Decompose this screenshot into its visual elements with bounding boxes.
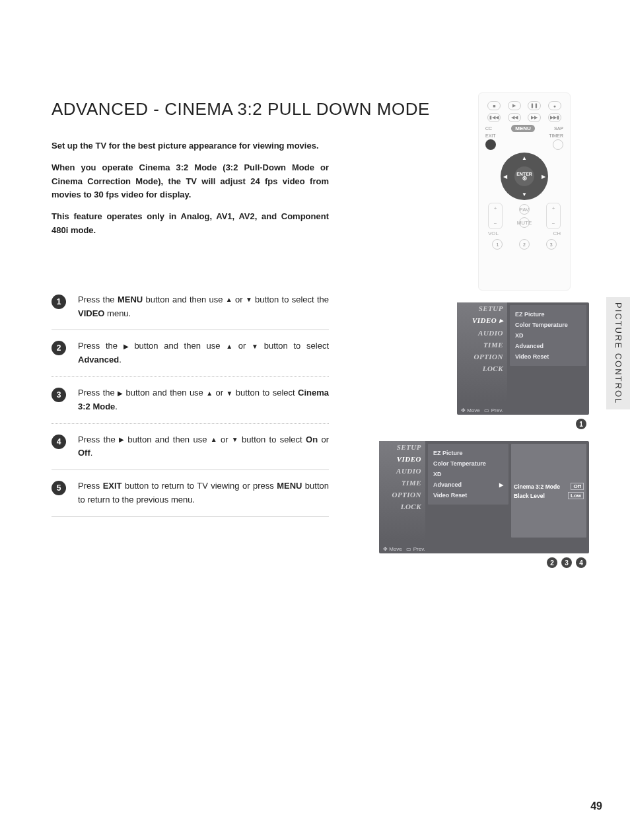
up-triangle-icon: ▲: [211, 435, 217, 445]
osd-menu-option: OPTION: [457, 351, 507, 363]
osd-menu-time: TIME: [457, 339, 507, 351]
step-number: 2: [52, 341, 66, 355]
timer-label: TIMER: [549, 133, 563, 138]
osd-item-advanced: Advanced▶: [433, 479, 503, 490]
right-triangle-icon: ▶: [123, 341, 129, 352]
pause-icon: ❚❚: [528, 101, 541, 110]
osd-screenshot-2: SETUP VIDEO AUDIO TIME OPTION LOCK EZ Pi…: [379, 441, 589, 553]
osd-hint: ✥ Move ▭ Prev.: [383, 546, 425, 552]
down-triangle-icon: ▼: [252, 341, 258, 352]
step-body: Press the MENU button and then use ▲ or …: [78, 293, 329, 321]
step-1: 1 Press the MENU button and then use ▲ o…: [52, 284, 329, 331]
osd-sub-black-level: Black Level Low: [514, 492, 584, 499]
osd-menu-setup: SETUP: [379, 441, 425, 453]
step-body: Press the ▶ button and then use ▲ or ▼ b…: [78, 386, 329, 414]
osd-item-xd: XD: [515, 330, 581, 341]
intro-p1: Set up the TV for the best picture appea…: [52, 139, 329, 153]
osd-menu-list: SETUP VIDEO AUDIO TIME OPTION LOCK: [379, 441, 425, 540]
osd-screenshot-1: SETUP VIDEO ▸ AUDIO TIME OPTION LOCK EZ …: [457, 302, 589, 415]
down-triangle-icon: ▼: [227, 388, 233, 399]
menu-button-label: MENU: [511, 125, 535, 132]
step-body: Press EXIT button to return to TV viewin…: [78, 479, 329, 507]
ch-label: CH: [553, 230, 561, 236]
osd-item-video-reset: Video Reset: [433, 490, 503, 501]
section-tab: PICTURE CONTROL: [606, 297, 630, 409]
osd-advanced-submenu: Cinema 3:2 Mode Off Black Level Low: [511, 444, 586, 538]
page-number: 49: [590, 800, 602, 812]
ch-rocker: +−: [546, 203, 561, 229]
right-triangle-icon: ▶: [119, 435, 124, 445]
dpad-down-icon: ▼: [522, 192, 527, 197]
num-2-button: 2: [519, 239, 530, 250]
ref-badge: 2: [547, 557, 557, 568]
rew-icon: ◀◀: [508, 113, 521, 122]
intro-p2: When you operate Cinema 3:2 Mode (3:2 Pu…: [52, 161, 329, 202]
osd-video-panel: EZ Picture Color Temperature XD Advanced…: [428, 444, 508, 505]
intro-p3: This feature operates only in Analog, AV…: [52, 210, 329, 238]
osd-menu-lock: LOCK: [457, 363, 507, 374]
rec-icon: ●: [548, 101, 561, 110]
stop-icon: ■: [487, 101, 501, 110]
step-5: 5 Press EXIT button to return to TV view…: [52, 470, 329, 517]
up-triangle-icon: ▲: [206, 388, 213, 399]
vol-rocker: +−: [488, 203, 503, 229]
osd-sub-cinema: Cinema 3:2 Mode Off: [514, 483, 584, 490]
exit-button: [485, 139, 496, 150]
step-3: 3 Press the ▶ button and then use ▲ or ▼…: [52, 377, 329, 424]
down-triangle-icon: ▼: [232, 435, 238, 445]
remote-illustration: ■ ▶ ❚❚ ● ▮◀◀ ◀◀ ▶▶ ▶▶▮ CC MENU SAP EXIT …: [478, 92, 571, 291]
osd-menu-time: TIME: [379, 477, 425, 489]
osd-menu-audio: AUDIO: [457, 327, 507, 339]
step-number: 5: [52, 481, 66, 495]
num-1-button: 1: [492, 239, 503, 250]
step-number: 1: [52, 295, 66, 309]
cinema-value: Off: [571, 483, 584, 490]
osd-item-ez-picture: EZ Picture: [515, 309, 581, 320]
black-level-value: Low: [568, 492, 584, 499]
step-body: Press the ▶ button and then use ▲ or ▼ b…: [78, 433, 329, 461]
num-3-button: 3: [546, 239, 557, 250]
ref-badge: 3: [561, 557, 572, 568]
timer-button: [553, 139, 563, 150]
osd-item-advanced: Advanced: [515, 341, 581, 351]
step-number: 4: [52, 435, 66, 449]
mute-button: MUTE: [519, 217, 530, 228]
osd-item-color-temp: Color Temperature: [515, 320, 581, 330]
osd-menu-setup: SETUP: [457, 302, 507, 314]
ff-icon: ▶▶: [528, 113, 541, 122]
intro-block: Set up the TV for the best picture appea…: [52, 139, 329, 238]
right-arrow-icon: ▶: [499, 482, 503, 488]
steps-list: 1 Press the MENU button and then use ▲ o…: [52, 284, 329, 517]
step-body: Press the ▶ button and then use ▲ or ▼ b…: [78, 339, 329, 367]
dpad: ▲ ▼ ◀ ▶ ENTER⦿: [501, 153, 548, 200]
step-number: 3: [52, 388, 66, 402]
next-icon: ▶▶▮: [548, 113, 561, 122]
osd-menu-video: VIDEO ▸: [457, 314, 507, 327]
osd-item-xd: XD: [433, 469, 503, 479]
dpad-right-icon: ▶: [542, 174, 545, 180]
play-icon: ▶: [508, 101, 521, 110]
osd-menu-list: SETUP VIDEO ▸ AUDIO TIME OPTION LOCK: [457, 302, 507, 402]
osd-item-ez-picture: EZ Picture: [433, 448, 503, 458]
ref-badge: 1: [576, 419, 586, 429]
enter-button: ENTER⦿: [514, 166, 534, 186]
caret-icon: ▸: [499, 316, 504, 324]
right-triangle-icon: ▶: [118, 388, 123, 399]
osd-item-video-reset: Video Reset: [515, 351, 581, 362]
osd1-reference-badges: 1: [576, 419, 586, 429]
up-triangle-icon: ▲: [226, 341, 232, 352]
ref-badge: 4: [576, 557, 586, 568]
dpad-up-icon: ▲: [522, 155, 527, 161]
osd-item-color-temp: Color Temperature: [433, 458, 503, 469]
osd-menu-audio: AUDIO: [379, 465, 425, 477]
sap-label: SAP: [554, 126, 563, 131]
osd-menu-video: VIDEO: [379, 453, 425, 465]
cc-label: CC: [485, 126, 492, 131]
osd-menu-lock: LOCK: [379, 501, 425, 512]
down-triangle-icon: ▼: [246, 295, 252, 305]
step-4: 4 Press the ▶ button and then use ▲ or ▼…: [52, 424, 329, 471]
up-triangle-icon: ▲: [226, 295, 232, 305]
vol-label: VOL: [488, 230, 499, 236]
osd-menu-option: OPTION: [379, 489, 425, 501]
prev-icon: ▮◀◀: [487, 113, 501, 122]
